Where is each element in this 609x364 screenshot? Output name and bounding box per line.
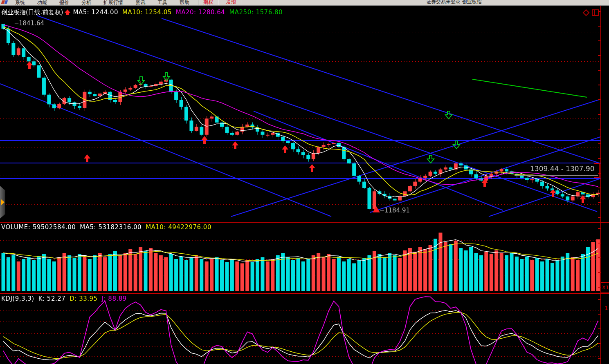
gap-underline [515, 175, 598, 176]
low-price-label: 1184.91 [380, 207, 410, 214]
ma-label-1: MA10: 1254.05 [122, 9, 172, 16]
expand-arrow-icon [1, 199, 4, 205]
app-window: 系统功能报价分析扩展行情资讯工具帮助 期权发现 证券交易未登录 创业板指 创业板… [0, 0, 609, 364]
main-candlestick-chart[interactable] [0, 6, 609, 223]
split-window-icon[interactable] [592, 9, 599, 16]
ma-label-3: MA250: 1576.80 [229, 9, 283, 16]
menu-hot-item-1[interactable]: 发现 [221, 0, 241, 5]
ma-label-0: MA5: 1244.00 [73, 9, 118, 16]
high-price-label: 1841.64 [15, 20, 44, 27]
kdj-label-2: D: 33.95 [70, 295, 97, 302]
login-status: 证券交易未登录 创业板指 [426, 0, 482, 5]
app-logo-icon [1, 0, 9, 4]
kdj-axis-partial-label: 1 [605, 305, 608, 311]
menu-item-5[interactable]: 资讯 [129, 0, 151, 5]
volume-label-0: VOLUME: 59502584.00 [1, 223, 76, 231]
volume-pane-header: VOLUME: 59502584.00MA5: 53182316.00MA10:… [1, 223, 216, 231]
volume-scale-badge: X1 [601, 282, 609, 293]
pane-divider[interactable] [0, 293, 609, 294]
kdj-label-3: J: 88.89 [102, 295, 127, 302]
menu-items: 系统功能报价分析扩展行情资讯工具帮助 [9, 0, 196, 6]
main-pane-header: 创业板指(日线.前复权)MA5: 1244.00MA10: 1254.05MA2… [1, 9, 287, 16]
menu-item-2[interactable]: 报价 [53, 0, 75, 5]
kdj-indicator-chart[interactable] [0, 294, 609, 364]
kdj-label-1: K: 52.27 [38, 295, 66, 302]
kdj-label-0: KDJ(9,3,3) [1, 295, 34, 302]
menu-bar: 系统功能报价分析扩展行情资讯工具帮助 期权发现 证券交易未登录 创业板指 [0, 0, 609, 6]
volume-label-1: MA5: 53182316.00 [80, 223, 142, 231]
menu-item-4[interactable]: 扩展行情 [97, 0, 129, 5]
sidebar-expand-handle[interactable] [0, 186, 5, 219]
menu-item-0[interactable]: 系统 [9, 0, 31, 5]
volume-label-2: MA10: 49422976.00 [146, 223, 211, 231]
ma-label-2: MA20: 1280.64 [176, 9, 225, 16]
chart-title: 创业板指(日线.前复权) [1, 9, 63, 16]
menu-hot-item-0[interactable]: 期权 [198, 0, 218, 5]
menu-item-3[interactable]: 分析 [75, 0, 97, 5]
menu-item-1[interactable]: 功能 [31, 0, 53, 5]
menu-item-7[interactable]: 帮助 [173, 0, 196, 5]
kdj-pane-header: KDJ(9,3,3)K: 52.27D: 33.95J: 88.89 [1, 295, 131, 302]
menu-hot-items: 期权发现 [196, 0, 241, 6]
price-axis-bracket [594, 163, 600, 178]
gap-price-label: 1309.44 - 1307.90 [530, 165, 595, 173]
ma-legend: MA5: 1244.00MA10: 1254.05MA20: 1280.64MA… [73, 9, 287, 16]
volume-chart[interactable] [0, 223, 609, 293]
menu-item-6[interactable]: 工具 [151, 0, 173, 5]
up-arrow-icon [65, 9, 70, 15]
pane-divider[interactable] [0, 222, 609, 223]
